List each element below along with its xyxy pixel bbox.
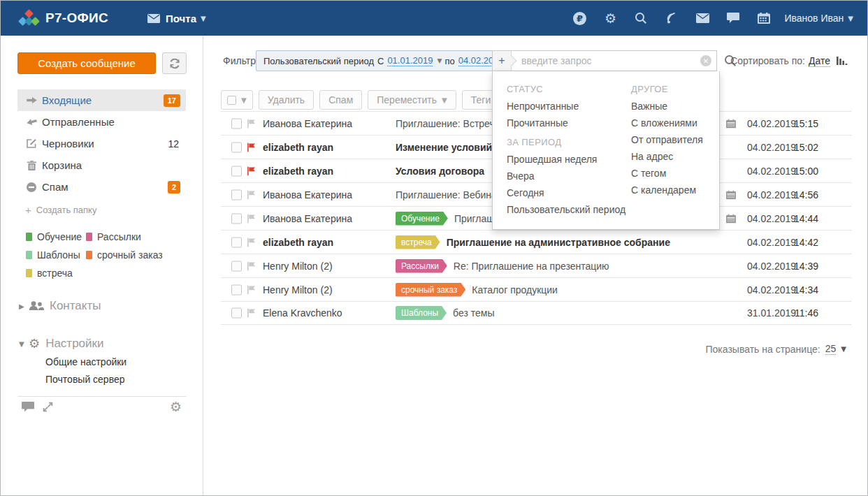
message-tag-chip[interactable]: Рассылки: [396, 259, 447, 273]
sort-value[interactable]: Дате: [809, 55, 830, 67]
message-checkbox[interactable]: [231, 189, 242, 200]
message-tag-chip[interactable]: Обучение: [396, 212, 448, 226]
chevron-down-icon[interactable]: ▼: [437, 57, 442, 64]
flag-icon[interactable]: [247, 166, 256, 175]
filter-label: Фильтр: [223, 50, 256, 71]
page-size-value[interactable]: 25: [825, 343, 837, 355]
filter-option-read[interactable]: Прочитанные: [507, 115, 631, 131]
chat-icon[interactable]: [725, 10, 741, 26]
sidebar-tag-rassylki[interactable]: Рассылки: [86, 231, 141, 242]
add-filter-button[interactable]: +: [493, 51, 512, 71]
filter-option-last-week[interactable]: Прошедшая неделя: [507, 151, 631, 168]
message-checkbox[interactable]: [231, 213, 242, 224]
calendar-icon[interactable]: [756, 10, 772, 26]
message-row[interactable]: elizabeth rayan встреча Приглашение на а…: [221, 230, 852, 254]
sidebar-item-general-settings[interactable]: Общие настройки: [45, 356, 126, 367]
filter-option-unread[interactable]: Непрочитанные: [507, 98, 631, 115]
filter-option-with-attachments[interactable]: С вложениями: [631, 115, 703, 131]
filter-option-with-tag[interactable]: С тегом: [631, 165, 703, 182]
create-folder-button[interactable]: + Создать папку: [25, 204, 96, 216]
flag-icon[interactable]: [247, 238, 256, 247]
sidebar-tag-vstrecha[interactable]: встреча: [26, 268, 73, 279]
message-time: 15:00: [794, 166, 818, 177]
gear-icon[interactable]: ⚙: [602, 10, 618, 26]
sidebar-tag-srochny-zakaz[interactable]: срочный заказ: [86, 249, 163, 261]
select-all-dropdown[interactable]: ▼: [221, 90, 253, 110]
folder-label: Спам: [42, 181, 68, 193]
message-row[interactable]: Henry Milton (2) срочный заказ Каталог п…: [221, 277, 852, 301]
message-sender: Henry Milton (2): [263, 284, 333, 296]
message-checkbox[interactable]: [231, 284, 242, 295]
message-checkbox[interactable]: [231, 308, 242, 319]
spam-button[interactable]: Спам: [319, 90, 362, 110]
delete-button[interactable]: Удалить: [259, 90, 314, 110]
message-tag-chip[interactable]: Шаблоны: [396, 306, 447, 320]
flag-icon[interactable]: [247, 190, 256, 199]
message-sender: elizabeth rayan: [263, 237, 333, 248]
filter-option-to-address[interactable]: На адрес: [631, 148, 703, 165]
page-size-control: Показывать на странице: 25 ▼: [705, 343, 846, 355]
ruble-icon[interactable]: ₽: [572, 10, 587, 26]
clear-search-icon[interactable]: ✕: [700, 55, 711, 66]
sidebar-item-spam[interactable]: Спам 2: [17, 176, 186, 198]
sidebar-item-sent[interactable]: Отправленные: [17, 111, 186, 133]
search-input[interactable]: [512, 55, 700, 66]
compose-button[interactable]: Создать сообщение: [17, 52, 156, 74]
app-logo[interactable]: Р7-ОФИС: [19, 10, 108, 27]
sidebar-item-drafts[interactable]: Черновики 12: [17, 133, 186, 154]
filter-chip-name: Пользовательский период: [263, 56, 374, 66]
message-row[interactable]: Henry Milton (2) Рассылки Re: Приглашени…: [221, 254, 852, 277]
folder-label: Корзина: [42, 159, 82, 171]
filter-option-with-calendar[interactable]: С календарем: [631, 182, 703, 198]
app-menu-label: Почта: [166, 13, 196, 24]
move-button[interactable]: Переместить▼: [368, 90, 456, 110]
flag-icon[interactable]: [247, 214, 256, 223]
message-date: 04.02.2019: [747, 284, 796, 296]
feed-icon[interactable]: [664, 10, 679, 26]
sidebar-item-mail-server[interactable]: Почтовый сервер: [45, 374, 125, 385]
message-checkbox[interactable]: [231, 166, 242, 176]
support-chat-icon[interactable]: [22, 402, 34, 412]
sidebar-item-trash[interactable]: Корзина: [17, 154, 186, 176]
app-switcher-mail[interactable]: Почта ▼: [147, 13, 206, 24]
flag-icon[interactable]: [247, 309, 256, 318]
sidebar-item-contacts[interactable]: ▶ Контакты: [1, 298, 203, 314]
search-icon[interactable]: [633, 10, 649, 26]
calendar-icon: [726, 214, 736, 223]
message-checkbox[interactable]: [231, 118, 242, 129]
flag-icon[interactable]: [247, 119, 256, 128]
refresh-button[interactable]: [162, 52, 187, 74]
message-tag-chip[interactable]: срочный заказ: [396, 283, 465, 297]
filter-option-important[interactable]: Важные: [631, 98, 703, 115]
message-row[interactable]: Elena Kravchenko Шаблоны без темы 31.01.…: [221, 301, 852, 325]
sort-order-icon[interactable]: [837, 57, 848, 66]
select-all-checkbox[interactable]: [227, 96, 236, 105]
filter-option-yesterday[interactable]: Вчера: [507, 168, 631, 184]
user-menu[interactable]: Иванов Иван ▼: [784, 13, 853, 24]
flag-icon[interactable]: [247, 261, 256, 270]
sidebar-tag-obuchenie[interactable]: Обучение: [26, 231, 82, 242]
sidebar-item-inbox[interactable]: Входящие 17: [17, 89, 186, 111]
message-date: 04.02.2019: [747, 118, 796, 129]
sidebar-tag-shablony[interactable]: Шаблоны: [26, 249, 80, 261]
sidebar-item-settings[interactable]: ▼ ⚙ Настройки: [1, 336, 203, 351]
flag-icon[interactable]: [247, 143, 256, 152]
date-from-link[interactable]: 01.01.2019: [387, 55, 433, 66]
message-checkbox[interactable]: [231, 261, 242, 271]
filter-option-today[interactable]: Сегодня: [507, 184, 631, 201]
filter-option-from-sender[interactable]: От отправителя: [631, 131, 703, 148]
logo-icon: [19, 10, 40, 27]
message-subject: без темы: [453, 307, 494, 319]
gear-icon[interactable]: ⚙: [170, 400, 182, 414]
mail-icon[interactable]: [695, 10, 710, 26]
message-checkbox[interactable]: [231, 237, 242, 247]
message-checkbox[interactable]: [231, 142, 242, 152]
flag-icon[interactable]: [247, 285, 256, 294]
open-in-new-icon[interactable]: [43, 402, 53, 412]
mail-app-window: Р7-ОФИС Почта ▼ ₽ ⚙: [0, 0, 868, 496]
message-date: 04.02.2019: [747, 166, 796, 177]
filter-option-custom-period[interactable]: Пользовательский период: [507, 201, 631, 218]
chevron-down-icon[interactable]: ▼: [841, 345, 846, 353]
chevron-down-icon: ▼: [19, 340, 26, 348]
message-tag-chip[interactable]: встреча: [396, 235, 440, 249]
